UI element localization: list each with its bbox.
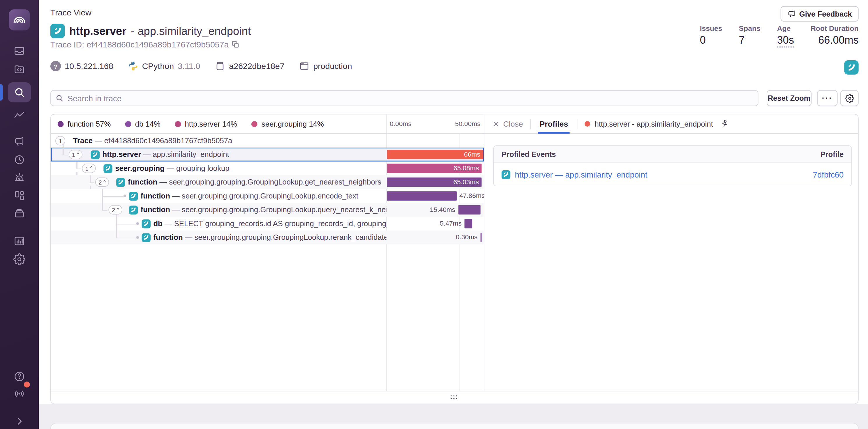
divider — [530, 119, 531, 129]
details-drawer-edge[interactable] — [51, 423, 859, 429]
window-icon — [299, 61, 309, 71]
stat-label: Issues — [700, 25, 722, 33]
span-description: Trace — ef44188d60c1496a89b1767cf9b5057a — [73, 134, 232, 147]
issues-icon — [13, 45, 26, 57]
more-options-button[interactable]: ··· — [817, 90, 837, 106]
span-row-function-4[interactable]: function — seer.grouping.grouping.Groupi… — [51, 189, 484, 203]
span-tree-cell: function — seer.grouping.grouping.Groupi… — [51, 189, 386, 203]
sidebar-item-replays[interactable] — [0, 151, 39, 168]
span-children-pill[interactable]: 1^ — [82, 164, 96, 173]
trace-stats: Issues0Spans7Age30sRoot Duration66.00ms — [700, 25, 859, 48]
trace-title-op: http.server — [69, 25, 126, 37]
sidebar-item-collapse[interactable] — [0, 413, 39, 429]
settings-button[interactable] — [840, 90, 859, 106]
sidebar-item-insights[interactable] — [0, 107, 39, 123]
whats-new-icon — [13, 388, 26, 400]
span-op-icon — [142, 233, 151, 242]
sidebar-item-issues[interactable] — [0, 42, 39, 59]
replays-icon — [13, 154, 26, 166]
sentry-logo[interactable] — [9, 9, 30, 30]
span-row-trace-0[interactable]: 1Trace — ef44188d60c1496a89b1767cf9b5057… — [51, 134, 484, 147]
span-children-pill[interactable]: 1^ — [69, 150, 83, 159]
profiled-events-table: Profiled Events Profile http.server — ap… — [493, 145, 852, 187]
search-input[interactable] — [51, 90, 758, 106]
duration-bar-cell: 65.08ms — [386, 162, 484, 175]
span-row-function-7[interactable]: function — seer.grouping.grouping.Groupi… — [51, 231, 484, 244]
span-children-pill[interactable]: 2^ — [108, 205, 122, 214]
duration-bar[interactable] — [480, 233, 482, 242]
close-panel-button[interactable]: Close — [492, 119, 523, 128]
notification-badge — [24, 382, 30, 388]
collapse-icon — [14, 416, 25, 427]
profile-id-link[interactable]: 7dfbfc60 — [813, 170, 844, 179]
sidebar-item-settings[interactable] — [0, 251, 39, 267]
drag-handle-icon — [450, 395, 459, 400]
span-row-http.server-1[interactable]: 1^http.server — app.similarity_endpoint6… — [51, 147, 484, 161]
sidebar-item-alerts[interactable] — [0, 170, 39, 186]
duration-label: 47.86ms — [459, 189, 484, 203]
duration-bar-cell — [386, 134, 484, 147]
sidebar-item-dashboards[interactable] — [0, 188, 39, 204]
sidebar-item-search[interactable] — [0, 84, 39, 101]
app: Trace View http.server - app.similarity_… — [0, 0, 868, 429]
span-children-pill[interactable]: 2^ — [95, 177, 109, 187]
trace-title: http.server - app.similarity_endpoint — [51, 24, 251, 38]
search-icon — [55, 94, 64, 105]
trace-id-text: Trace ID: ef44188d60c1496a89b1767cf9b505… — [51, 40, 229, 49]
span-tree-cell: function — seer.grouping.grouping.Groupi… — [51, 231, 386, 244]
legend-dot — [125, 121, 131, 127]
sidebar-item-stats[interactable] — [0, 233, 39, 250]
tag-text: 10.5.221.168 — [65, 61, 113, 71]
column-profiled-events: Profiled Events — [502, 150, 556, 158]
stat-value: 30s — [777, 34, 794, 48]
duration-bar[interactable] — [387, 191, 457, 201]
crumb-label: http.server - app.similarity_endpoint — [594, 120, 713, 128]
duration-bar-cell: 15.40ms — [386, 203, 484, 217]
tag-version: 3.11.0 — [178, 61, 200, 71]
table-header: Profiled Events Profile — [494, 146, 851, 163]
span-description: function — seer.grouping.grouping.Groupi… — [141, 189, 358, 203]
waterfall: function 57%db 14%http.server 14%seer.gr… — [51, 114, 484, 391]
pin-icon[interactable] — [719, 119, 730, 129]
feedback-icon — [13, 135, 26, 147]
duration-bar[interactable] — [458, 205, 480, 214]
duration-bar-cell: 47.86ms — [386, 189, 484, 203]
drawer-resize-handle[interactable] — [51, 391, 858, 404]
selected-span-crumb[interactable]: http.server - app.similarity_endpoint — [585, 120, 713, 128]
span-op-icon — [129, 205, 138, 214]
duration-label: 65.08ms — [454, 162, 479, 175]
detail-panel-header: Close Profiles http.server - app.similar… — [485, 114, 858, 134]
tag-package: a2622dbe18e7 — [215, 61, 285, 71]
sidebar-item-whats-new[interactable] — [0, 385, 39, 402]
profiled-event-link[interactable]: http.server — app.similarity_endpoint — [502, 170, 648, 179]
span-row-function-3[interactable]: 2^function — seer.grouping.grouping.Grou… — [51, 175, 484, 189]
duration-label: 5.47ms — [440, 217, 462, 231]
sidebar-item-explore[interactable] — [0, 61, 39, 77]
reset-zoom-button[interactable]: Reset Zoom — [767, 90, 811, 106]
span-detail-panel: Close Profiles http.server - app.similar… — [484, 114, 858, 391]
legend-label: function 57% — [68, 120, 111, 128]
copy-icon[interactable] — [231, 40, 240, 48]
span-description: function — seer.grouping.grouping.Groupi… — [153, 231, 386, 244]
megaphone-icon — [787, 9, 796, 18]
explore-icon — [13, 63, 26, 75]
stat-issues: Issues0 — [700, 25, 722, 48]
project-avatar[interactable] — [844, 60, 858, 74]
span-tree-cell: db — SELECT grouping_records.id AS group… — [51, 217, 386, 231]
span-row-db-6[interactable]: db — SELECT grouping_records.id AS group… — [51, 217, 484, 231]
span-row-seer.grouping-2[interactable]: 1^seer.grouping — grouping lookup65.08ms — [51, 162, 484, 175]
span-children-pill[interactable]: 1 — [55, 136, 65, 145]
legend-seer.grouping: seer.grouping 14% — [252, 120, 324, 128]
span-tree-cell: 1^seer.grouping — grouping lookup — [51, 162, 386, 175]
span-op-icon — [142, 219, 151, 228]
give-feedback-button[interactable]: Give Feedback — [780, 6, 859, 22]
sidebar-item-help[interactable] — [0, 368, 39, 385]
sidebar-item-feedback[interactable] — [0, 133, 39, 150]
tab-profiles[interactable]: Profiles — [538, 114, 570, 133]
duration-bar[interactable] — [464, 219, 472, 228]
span-row-function-5[interactable]: 2^function — seer.grouping.grouping.Grou… — [51, 203, 484, 217]
legend-label: db 14% — [135, 120, 160, 128]
axis-start-label: 0.00ms — [390, 120, 411, 128]
sidebar-item-releases[interactable] — [0, 205, 39, 222]
span-description: function — seer.grouping.grouping.Groupi… — [128, 175, 381, 189]
